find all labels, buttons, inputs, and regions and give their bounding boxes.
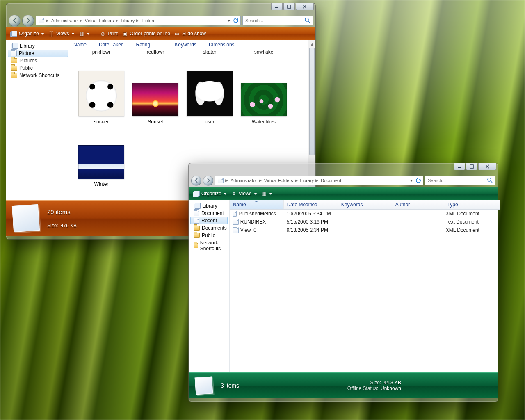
search-input[interactable]	[242, 16, 313, 25]
organize-icon	[10, 31, 17, 37]
organize-menu[interactable]: Organize	[10, 31, 44, 37]
thumb-item[interactable]: Sunset	[128, 71, 183, 125]
forward-button[interactable]	[203, 176, 213, 186]
views-icon: ≡	[231, 191, 237, 196]
col-dimensions[interactable]: Dimensions	[209, 42, 247, 48]
breadcrumb[interactable]: Administrator	[49, 16, 80, 25]
file-icon	[233, 219, 239, 225]
column-headers[interactable]: Name Date Taken Rating Keywords Dimensio…	[70, 40, 315, 49]
breadcrumb[interactable]: Picture	[139, 16, 157, 25]
organize-menu[interactable]: Organize	[193, 191, 227, 196]
thumb-item[interactable]: user	[183, 71, 237, 125]
doc-icon	[195, 377, 213, 395]
close-button[interactable]	[296, 3, 314, 10]
thumb-item[interactable]: soccer	[74, 71, 128, 125]
svg-rect-1	[288, 5, 291, 8]
col-type[interactable]: Type	[444, 200, 500, 209]
titlebar[interactable]	[6, 3, 315, 14]
minimize-button[interactable]	[271, 3, 283, 10]
items-pane[interactable]: Name Date Modified Keywords Author Type …	[230, 200, 500, 372]
back-button[interactable]	[9, 15, 21, 27]
col-name[interactable]: Name	[230, 200, 284, 209]
order-prints-button[interactable]: ▣Order prints online	[122, 31, 170, 37]
layout-icon: ▥	[79, 31, 84, 37]
tree-item-document[interactable]: Document	[189, 210, 229, 217]
search-input[interactable]	[425, 176, 495, 185]
col-rating[interactable]: Rating	[136, 42, 163, 48]
thumb-label[interactable]: snwflake	[237, 48, 291, 55]
tree-item-network-shortcuts[interactable]: Network Shortcuts	[189, 239, 229, 252]
col-datemodified[interactable]: Date Modified	[284, 200, 338, 209]
item-count: 3 items	[221, 382, 239, 389]
thumb-label: soccer	[74, 116, 128, 125]
tree-item-public[interactable]: Public	[6, 64, 70, 72]
thumb-image	[78, 145, 124, 179]
maximize-button[interactable]	[283, 3, 295, 10]
col-keywords[interactable]: Keywords	[162, 42, 209, 48]
breadcrumb[interactable]: Library	[119, 16, 137, 25]
chevron-down-icon[interactable]	[227, 20, 231, 22]
svg-rect-3	[458, 167, 461, 168]
tree-item-public[interactable]: Public	[189, 232, 229, 239]
scroll-thumb[interactable]	[309, 48, 315, 155]
svg-point-2	[305, 18, 308, 21]
col-author[interactable]: Author	[392, 200, 444, 209]
breadcrumb[interactable]: Administrator	[228, 176, 259, 185]
breadcrumb[interactable]: Virtual Folders	[262, 176, 295, 185]
doc-icon	[12, 204, 40, 232]
thumb-label[interactable]: skater	[183, 48, 237, 55]
tree-item-library[interactable]: Library	[189, 202, 229, 210]
address-bar[interactable]: ▶ Administrator▶ Virtual Folders▶ Librar…	[36, 16, 241, 25]
column-headers[interactable]: Name Date Modified Keywords Author Type	[230, 200, 500, 210]
refresh-icon[interactable]	[233, 18, 239, 23]
thumb-image	[241, 83, 287, 116]
address-bar[interactable]: ▶ Administrator▶ Virtual Folders▶ Librar…	[215, 176, 423, 185]
file-date: 9/13/2005 2:34 PM	[283, 226, 337, 234]
col-datetaken[interactable]: Date Taken	[99, 42, 136, 48]
file-type: XML Document	[443, 226, 498, 234]
file-name: RUNDIREX	[240, 219, 266, 225]
tree-item-pictures[interactable]: Pictures	[6, 57, 70, 64]
back-button[interactable]	[191, 176, 201, 186]
thumb-label[interactable]: pnkflowr	[74, 48, 128, 55]
chevron-down-icon[interactable]	[410, 180, 413, 182]
thumb-item[interactable]: Water lilies	[237, 71, 291, 125]
tree-item-documents[interactable]: Documents	[189, 224, 229, 232]
close-button[interactable]	[478, 163, 496, 170]
thumb-label[interactable]: redflowr	[128, 48, 183, 55]
breadcrumb[interactable]: Library	[298, 176, 316, 185]
minimize-button[interactable]	[454, 163, 465, 170]
slideshow-button[interactable]: ▭Slide show	[174, 31, 206, 37]
search-icon	[487, 177, 493, 184]
folder-icon	[194, 233, 200, 238]
titlebar[interactable]	[189, 163, 498, 174]
views-menu[interactable]: ≡Views	[231, 191, 257, 196]
tree-item-library[interactable]: Library	[6, 42, 70, 50]
organize-icon	[193, 191, 199, 196]
tree-item-recent[interactable]: Recent	[190, 217, 228, 224]
explorer-window-document: ▶ Administrator▶ Virtual Folders▶ Librar…	[188, 163, 498, 402]
list-row[interactable]: View_0 9/13/2005 2:34 PM XML Document	[230, 226, 500, 234]
breadcrumb[interactable]: Virtual Folders	[82, 16, 116, 25]
thumb-label: Winter	[74, 179, 128, 187]
layout-menu[interactable]: ▥	[79, 31, 90, 37]
list-row[interactable]: PublishedMetrics... 10/20/2005 5:34 PM X…	[230, 210, 500, 218]
tree-item-network-shortcuts[interactable]: Network Shortcuts	[6, 72, 70, 79]
breadcrumb[interactable]: Document	[318, 176, 343, 185]
content-area: Library Document Recent Documents Public…	[189, 200, 498, 372]
thumb-item[interactable]: Winter	[74, 145, 128, 187]
views-menu[interactable]: ░Views	[48, 31, 75, 37]
details-pane: 3 items Size:44.3 KB Offline Status:Unkn…	[189, 372, 498, 398]
col-name[interactable]: Name	[73, 42, 99, 48]
maximize-button[interactable]	[466, 163, 477, 170]
list-row[interactable]: RUNDIREX 5/15/2000 3:16 PM Text Document	[230, 218, 500, 226]
scroll-up-icon[interactable]: ▴	[308, 40, 315, 47]
file-name: PublishedMetrics...	[238, 211, 280, 217]
forward-button[interactable]	[22, 15, 34, 27]
refresh-icon[interactable]	[415, 178, 421, 183]
layout-menu[interactable]: ▥	[261, 191, 272, 196]
svg-rect-0	[275, 7, 278, 8]
print-button[interactable]: ⎙Print	[100, 31, 118, 37]
col-keywords[interactable]: Keywords	[338, 200, 392, 209]
tree-item-picture[interactable]: Picture	[8, 50, 68, 57]
